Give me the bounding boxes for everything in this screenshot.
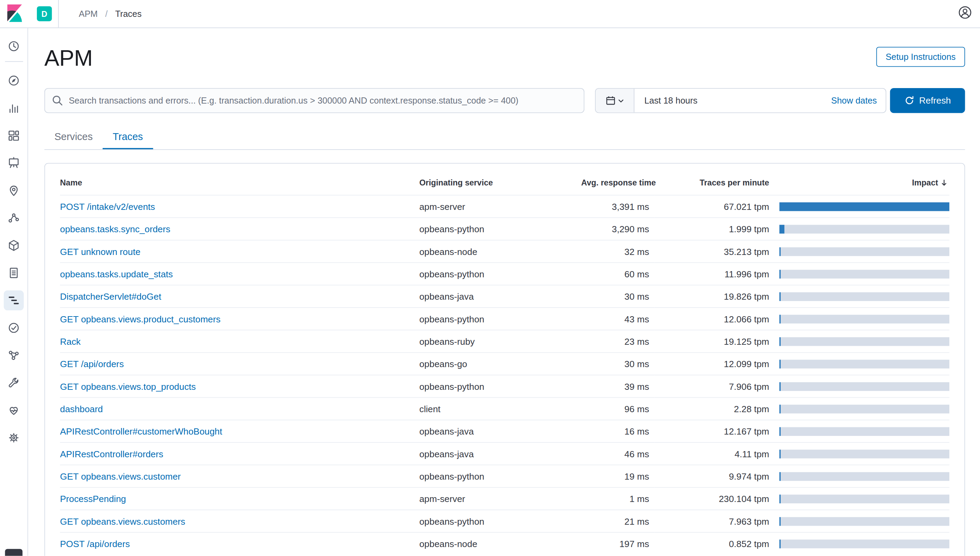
tab-services[interactable]: Services — [44, 126, 103, 149]
quick-select-button[interactable] — [596, 89, 635, 113]
impact-bar — [779, 427, 949, 436]
impact-bar — [779, 225, 949, 233]
setup-instructions-button[interactable]: Setup Instructions — [876, 47, 965, 67]
trace-icon — [4, 290, 24, 310]
main-content: APM Setup Instructions — [28, 28, 980, 556]
impact-bar-fill — [779, 360, 781, 368]
table-row: GET opbeans.views.product_customersopbea… — [60, 307, 949, 330]
impact-bar — [779, 292, 949, 301]
sidebar-item-graph[interactable] — [0, 342, 28, 369]
avg-response-time-cell: 16 ms — [581, 420, 654, 443]
avg-response-time-cell: 30 ms — [581, 353, 654, 375]
column-header-originating-service[interactable]: Originating service — [420, 169, 581, 195]
trace-name-link[interactable]: GET opbeans.views.product_customers — [60, 314, 220, 324]
sidebar-item-recently-viewed[interactable] — [0, 32, 28, 60]
trace-name-link[interactable]: opbeans.tasks.update_stats — [60, 269, 173, 279]
impact-bar-fill — [779, 405, 781, 413]
traces-per-minute-cell: 19.826 tpm — [654, 285, 774, 307]
sidebar-item-visualize[interactable] — [0, 94, 28, 122]
cube-icon — [4, 235, 24, 255]
trace-name-link[interactable]: dashboard — [60, 404, 103, 414]
trace-name-link[interactable]: GET opbeans.views.top_products — [60, 381, 196, 391]
column-header-impact[interactable]: Impact — [774, 169, 949, 195]
trace-name-link[interactable]: POST /intake/v2/events — [60, 202, 155, 212]
sidebar-item-discover[interactable] — [0, 67, 28, 94]
traces-table-panel: NameOriginating serviceAvg. response tim… — [44, 163, 965, 556]
space-badge[interactable]: D — [37, 6, 52, 21]
impact-bar-fill — [779, 202, 949, 211]
traces-per-minute-cell: 19.125 tpm — [654, 330, 774, 353]
sidebar-divider — [5, 61, 23, 62]
tab-traces[interactable]: Traces — [103, 126, 153, 149]
traces-per-minute-cell: 12.167 tpm — [654, 420, 774, 443]
breadcrumb-apm[interactable]: APM — [79, 9, 98, 19]
impact-bar — [779, 337, 949, 346]
avg-response-time-cell: 21 ms — [581, 510, 654, 532]
impact-bar — [779, 202, 949, 211]
bar-chart-icon — [4, 98, 24, 118]
trace-name-link[interactable]: DispatcherServlet#doGet — [60, 291, 161, 301]
refresh-button[interactable]: Refresh — [890, 88, 965, 113]
trace-name-link[interactable]: GET opbeans.views.customer — [60, 471, 181, 481]
trace-name-link[interactable]: GET unknown route — [60, 246, 141, 256]
trace-name-link[interactable]: opbeans.tasks.sync_orders — [60, 224, 170, 234]
sidebar-item-monitoring[interactable] — [0, 397, 28, 424]
sidebar-item-infrastructure[interactable] — [0, 231, 28, 259]
chevron-down-icon — [617, 97, 624, 104]
sidebar-item-apm[interactable] — [0, 287, 28, 314]
impact-bar — [779, 472, 949, 481]
collapse-nav-button[interactable] — [5, 549, 23, 556]
avg-response-time-cell: 39 ms — [581, 375, 654, 398]
impact-bar-fill — [779, 292, 781, 301]
column-header-traces-per-minute[interactable]: Traces per minute — [654, 169, 774, 195]
avg-response-time-cell: 43 ms — [581, 307, 654, 330]
sidebar-item-logs[interactable] — [0, 259, 28, 287]
search-icon — [51, 94, 64, 107]
table-row: GET /api/ordersopbeans-go30 ms12.099 tpm — [60, 353, 949, 375]
sidebar-item-dev-tools[interactable] — [0, 369, 28, 397]
nodes-icon — [4, 208, 24, 228]
sidebar-item-machine-learning[interactable] — [0, 204, 28, 232]
column-header-name[interactable]: Name — [60, 169, 419, 195]
table-row: GET opbeans.views.customersopbeans-pytho… — [60, 510, 949, 532]
search-input[interactable] — [44, 88, 584, 113]
show-dates-link[interactable]: Show dates — [831, 95, 886, 106]
trace-name-link[interactable]: ProcessPending — [60, 494, 126, 504]
impact-bar — [779, 517, 949, 525]
originating-service-cell: opbeans-python — [420, 465, 581, 488]
sort-desc-icon — [940, 179, 948, 187]
sidebar-item-management[interactable] — [0, 424, 28, 451]
breadcrumb: APM / Traces — [79, 9, 141, 19]
kibana-logo[interactable] — [0, 5, 28, 23]
column-header-avg-response-time[interactable]: Avg. response time — [581, 169, 654, 195]
map-pin-icon — [4, 181, 24, 200]
table-row: opbeans.tasks.sync_ordersopbeans-python3… — [60, 218, 949, 240]
kibana-app: D APM / Traces APM Setup Instructions — [0, 0, 980, 556]
trace-name-link[interactable]: GET opbeans.views.customers — [60, 516, 185, 527]
originating-service-cell: client — [420, 398, 581, 420]
impact-bar — [779, 247, 949, 255]
user-avatar-icon[interactable] — [957, 5, 973, 23]
trace-name-link[interactable]: APIRestController#customerWhoBought — [60, 426, 222, 436]
traces-per-minute-cell: 35.213 tpm — [654, 240, 774, 262]
sidebar-item-maps[interactable] — [0, 177, 28, 204]
trace-name-link[interactable]: GET /api/orders — [60, 359, 124, 369]
traces-per-minute-cell: 12.099 tpm — [654, 353, 774, 375]
page-title: APM — [44, 44, 92, 71]
originating-service-cell: opbeans-python — [420, 375, 581, 398]
sidebar-item-dashboard[interactable] — [0, 122, 28, 149]
date-range-value[interactable]: Last 18 hours — [634, 95, 831, 106]
impact-bar — [779, 405, 949, 413]
trace-name-link[interactable]: Rack — [60, 336, 81, 346]
originating-service-cell: opbeans-node — [420, 240, 581, 262]
sidebar-item-uptime[interactable] — [0, 314, 28, 342]
easel-icon — [4, 153, 24, 173]
trace-name-link[interactable]: APIRestController#orders — [60, 449, 163, 459]
breadcrumb-separator: / — [105, 9, 108, 19]
compass-icon — [4, 71, 24, 91]
originating-service-cell: opbeans-node — [420, 533, 581, 555]
table-row: GET unknown routeopbeans-node32 ms35.213… — [60, 240, 949, 262]
avg-response-time-cell: 46 ms — [581, 443, 654, 465]
trace-name-link[interactable]: POST /api/orders — [60, 539, 130, 549]
sidebar-item-canvas[interactable] — [0, 149, 28, 177]
